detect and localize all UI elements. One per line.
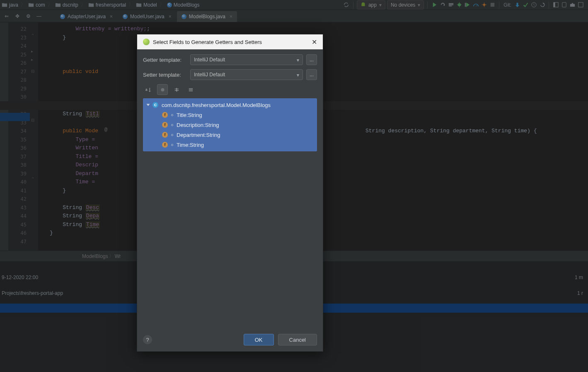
cancel-button[interactable]: Cancel bbox=[278, 334, 317, 345]
android-studio-icon bbox=[143, 39, 150, 45]
modifier-icon bbox=[171, 124, 173, 126]
field-tree[interactable]: C com.dscnitp.freshersportal.Model.Model… bbox=[143, 98, 317, 151]
tree-field-time[interactable]: fTime:String bbox=[143, 140, 317, 150]
tree-class-node[interactable]: C com.dscnitp.freshersportal.Model.Model… bbox=[143, 100, 317, 110]
sort-alpha-icon[interactable]: a bbox=[143, 84, 154, 95]
setter-template-label: Setter template: bbox=[143, 72, 187, 78]
setter-template-browse[interactable]: ... bbox=[306, 69, 317, 80]
class-icon: C bbox=[152, 102, 158, 108]
sort-visibility-icon[interactable] bbox=[157, 84, 168, 95]
generate-getter-setter-dialog: Select Fields to Generate Getters and Se… bbox=[137, 34, 323, 352]
help-button[interactable]: ? bbox=[143, 335, 152, 344]
field-icon: f bbox=[162, 122, 168, 128]
modifier-icon bbox=[171, 114, 173, 116]
tree-field-description[interactable]: fDescription:String bbox=[143, 120, 317, 130]
field-icon: f bbox=[162, 142, 168, 148]
svg-text:a: a bbox=[145, 88, 148, 92]
collapse-all-icon[interactable] bbox=[185, 84, 196, 95]
dialog-titlebar[interactable]: Select Fields to Generate Getters and Se… bbox=[137, 34, 323, 49]
field-icon: f bbox=[162, 112, 168, 118]
svg-point-11 bbox=[161, 88, 164, 91]
close-icon[interactable]: ✕ bbox=[312, 38, 317, 46]
dialog-title: Select Fields to Generate Getters and Se… bbox=[153, 39, 262, 45]
modifier-icon bbox=[171, 144, 173, 146]
getter-template-browse[interactable]: ... bbox=[306, 54, 317, 65]
modifier-icon bbox=[171, 134, 173, 136]
tree-field-department[interactable]: fDepartment:String bbox=[143, 130, 317, 140]
chevron-down-icon: ▾ bbox=[297, 72, 299, 78]
setter-template-select[interactable]: IntelliJ Default▾ bbox=[190, 69, 303, 80]
expand-icon[interactable] bbox=[147, 104, 150, 106]
ok-button[interactable]: OK bbox=[244, 334, 274, 345]
field-icon: f bbox=[162, 132, 168, 138]
expand-all-icon[interactable] bbox=[171, 84, 182, 95]
getter-template-select[interactable]: IntelliJ Default▾ bbox=[190, 54, 303, 65]
chevron-down-icon: ▾ bbox=[297, 57, 299, 63]
getter-template-label: Getter template: bbox=[143, 57, 187, 63]
tree-field-title[interactable]: fTitle:String bbox=[143, 110, 317, 120]
